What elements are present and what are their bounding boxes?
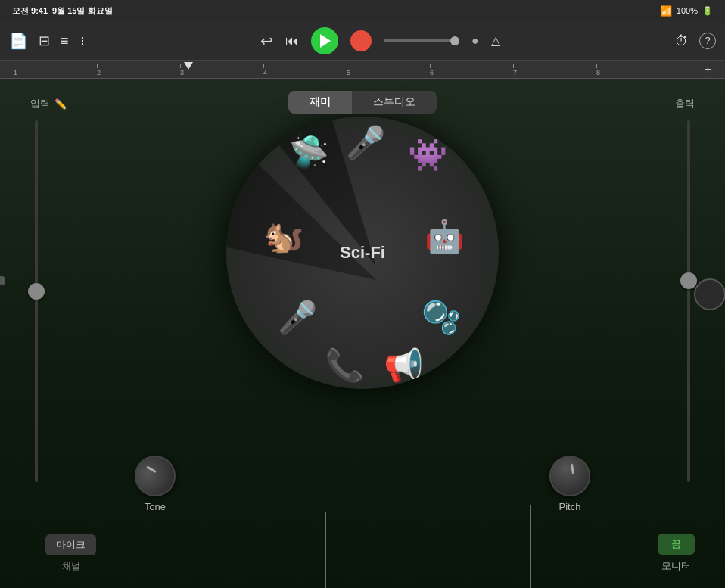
undo-button[interactable]: ↩ — [260, 33, 273, 48]
output-slider-thumb[interactable] — [680, 272, 697, 289]
channel-label: 채널 — [45, 560, 96, 573]
ruler-mark-7: 7 — [513, 69, 517, 76]
channel-area: 마이크 채널 — [45, 534, 96, 573]
ruler-mark-4: 4 — [263, 69, 267, 76]
new-project-button[interactable]: 📄 — [9, 33, 28, 48]
main-area: 재미 스튜디오 입력 ✏️ 출력 🛸 🎤 👾 🐿️ 🤖 🎤 🫧 📞 — [0, 79, 725, 588]
voice-mic2-icon[interactable]: 🎤 — [278, 302, 317, 334]
tab-bar: 재미 스튜디오 — [288, 91, 437, 114]
voice-microphone-icon[interactable]: 🎤 — [346, 127, 385, 159]
date-display: 9월 15일 화요일 — [52, 5, 112, 17]
output-label: 출력 — [675, 97, 695, 110]
tab-fun[interactable]: 재미 — [288, 91, 352, 114]
battery-icon: 🔋 — [702, 6, 713, 16]
ruler-mark-8: 8 — [596, 69, 600, 76]
monitor-area: 끔 모니터 — [658, 534, 695, 573]
output-text: 출력 — [675, 97, 695, 110]
record-button[interactable] — [350, 30, 372, 51]
voice-monster-icon[interactable]: 👾 — [408, 139, 447, 171]
pointer-line-right — [530, 505, 531, 588]
ruler-mark-6: 6 — [430, 69, 434, 76]
volume-slider[interactable] — [384, 39, 459, 42]
voice-robot-icon[interactable]: 🤖 — [425, 221, 464, 253]
pen-icon: ✏️ — [54, 98, 67, 110]
side-led — [0, 276, 5, 285]
voice-ufo-icon[interactable]: 🛸 — [289, 136, 328, 168]
voice-squirrel-icon[interactable]: 🐿️ — [264, 221, 303, 253]
play-button[interactable] — [311, 27, 338, 54]
pitch-control: Pitch — [549, 456, 590, 512]
home-button[interactable] — [694, 278, 725, 310]
status-bar-right: 📶 100% 🔋 — [660, 5, 713, 17]
input-level-slider[interactable] — [35, 120, 38, 482]
status-bar-left: 오전 9:41 9월 15일 화요일 — [12, 5, 113, 17]
voice-bubbles-icon[interactable]: 🫧 — [422, 302, 461, 334]
toolbar: 📄 ⊟ ≡ ⫶ ↩ ⏮ ● △ ⏱ ? — [0, 21, 725, 61]
playhead[interactable] — [184, 62, 193, 70]
pointer-line-left — [325, 512, 326, 588]
time-display: 오전 9:41 — [12, 5, 48, 17]
toolbar-center: ↩ ⏮ ● △ — [260, 27, 500, 54]
monitor-toggle-button[interactable]: 끔 — [658, 534, 695, 555]
add-track-button[interactable]: + — [705, 63, 711, 76]
tracks-view-button[interactable]: ⊟ — [39, 34, 50, 48]
tempo-button[interactable]: △ — [491, 35, 500, 47]
output-level-slider[interactable] — [687, 120, 690, 482]
input-text: 입력 — [30, 97, 50, 110]
input-label: 입력 ✏️ — [30, 97, 67, 110]
voice-wheel[interactable]: 🛸 🎤 👾 🐿️ 🤖 🎤 🫧 📞 📢 Sci-Fi — [226, 117, 499, 389]
help-button[interactable]: ? — [699, 33, 716, 49]
mic-button[interactable]: 마이크 — [45, 534, 96, 555]
rewind-button[interactable]: ⏮ — [285, 34, 299, 48]
toolbar-right: ⏱ ? — [675, 33, 716, 49]
ruler-marks: 1 2 3 4 5 6 7 8 + — [8, 61, 717, 78]
timeline-ruler: 1 2 3 4 5 6 7 8 + — [0, 61, 725, 79]
voice-megaphone-icon[interactable]: 📢 — [384, 350, 423, 381]
pitch-knob[interactable] — [543, 450, 596, 502]
ruler-mark-5: 5 — [347, 69, 350, 76]
pitch-label: Pitch — [559, 501, 581, 512]
tone-control: Tone — [135, 456, 176, 512]
battery-display: 100% — [677, 6, 698, 15]
clock-button[interactable]: ⏱ — [675, 34, 689, 48]
ruler-mark-1: 1 — [14, 69, 17, 76]
wifi-icon: 📶 — [660, 5, 672, 17]
mixer-button[interactable]: ≡ — [61, 34, 69, 48]
ruler-mark-2: 2 — [97, 69, 101, 76]
tab-studio[interactable]: 스튜디오 — [352, 91, 437, 114]
monitor-label: 모니터 — [661, 559, 691, 573]
ruler-mark-3: 3 — [180, 69, 184, 76]
input-slider-thumb[interactable] — [28, 283, 45, 300]
tone-label: Tone — [145, 501, 166, 512]
metronome-button[interactable]: ● — [471, 35, 479, 47]
tone-knob[interactable] — [127, 448, 183, 504]
toolbar-left: 📄 ⊟ ≡ ⫶ — [9, 33, 86, 48]
voice-telephone-icon[interactable]: 📞 — [325, 350, 364, 381]
status-bar: 오전 9:41 9월 15일 화요일 📶 100% 🔋 — [0, 0, 725, 21]
voice-wheel-container: 🛸 🎤 👾 🐿️ 🤖 🎤 🫧 📞 📢 Sci-Fi — [211, 117, 514, 434]
eq-button[interactable]: ⫶ — [79, 35, 86, 47]
